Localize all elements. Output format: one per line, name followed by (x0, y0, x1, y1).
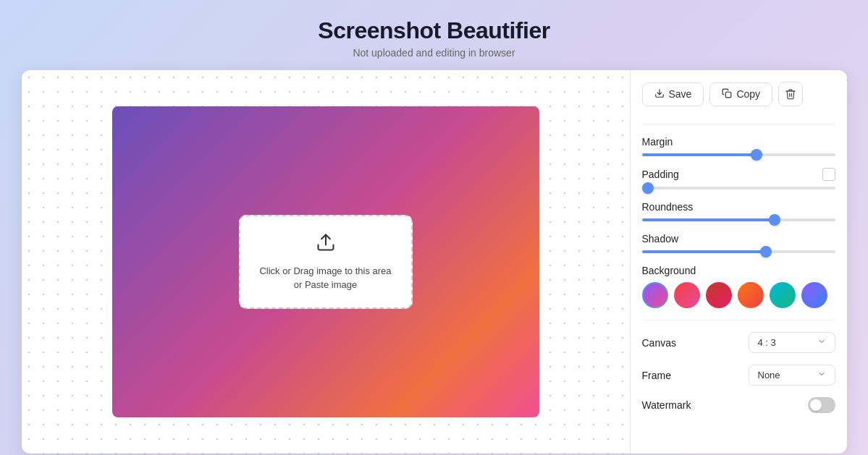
background-label: Background (642, 265, 835, 276)
sidebar: Save Copy (630, 70, 847, 454)
swatch-5[interactable] (770, 282, 796, 308)
trash-button[interactable] (778, 82, 803, 106)
watermark-label: Watermark (642, 399, 691, 411)
chevron-down-icon (817, 337, 826, 348)
upload-text: Click or Drag image to this area or Past… (259, 264, 391, 292)
canvas-select-row: Canvas 4 : 3 (642, 332, 835, 353)
upload-icon (316, 232, 336, 257)
swatch-3[interactable] (706, 282, 732, 308)
app-title: Screenshot Beautifier (318, 17, 549, 44)
canvas-dropdown[interactable]: 4 : 3 (749, 332, 835, 353)
frame-label: Frame (642, 370, 671, 381)
watermark-toggle[interactable] (808, 397, 835, 413)
margin-label: Margin (642, 136, 835, 148)
padding-slider[interactable] (642, 187, 835, 190)
divider-1 (642, 124, 835, 124)
margin-control: Margin (642, 136, 835, 156)
swatch-6[interactable] (801, 282, 827, 308)
frame-control: Frame None (642, 365, 835, 386)
shadow-label: Shadow (642, 233, 835, 244)
swatch-4[interactable] (738, 282, 764, 308)
canvas-area: Click or Drag image to this area or Past… (22, 70, 630, 454)
margin-slider[interactable] (642, 153, 835, 156)
divider-2 (642, 320, 835, 320)
chevron-down-icon-2 (817, 370, 826, 380)
swatch-1[interactable] (642, 282, 668, 308)
canvas-preview: Click or Drag image to this area or Past… (112, 106, 539, 417)
background-swatches (642, 282, 835, 308)
main-container: Click or Drag image to this area or Past… (22, 70, 847, 454)
save-icon (654, 88, 665, 101)
shadow-control: Shadow (642, 233, 835, 253)
canvas-label: Canvas (642, 337, 676, 349)
sidebar-toolbar: Save Copy (642, 82, 835, 112)
shadow-slider[interactable] (642, 250, 835, 253)
canvas-control: Canvas 4 : 3 (642, 332, 835, 353)
frame-select-row: Frame None (642, 365, 835, 386)
background-control: Background (642, 265, 835, 308)
roundness-label: Roundness (642, 201, 835, 213)
swatch-2[interactable] (674, 282, 700, 308)
watermark-control: Watermark (642, 397, 835, 413)
padding-control: Padding (642, 168, 835, 190)
upload-dropzone[interactable]: Click or Drag image to this area or Past… (239, 215, 413, 309)
copy-button[interactable]: Copy (709, 82, 772, 106)
watermark-row: Watermark (642, 397, 835, 413)
roundness-slider[interactable] (642, 218, 835, 221)
padding-checkbox[interactable] (822, 168, 835, 181)
app-header: Screenshot Beautifier Not uploaded and e… (318, 0, 549, 70)
app-subtitle: Not uploaded and editing in browser (318, 47, 549, 59)
frame-dropdown[interactable]: None (749, 365, 835, 386)
copy-icon (722, 88, 732, 101)
padding-label: Padding (642, 168, 835, 181)
roundness-control: Roundness (642, 201, 835, 221)
svg-rect-2 (726, 92, 732, 98)
save-button[interactable]: Save (642, 82, 704, 106)
